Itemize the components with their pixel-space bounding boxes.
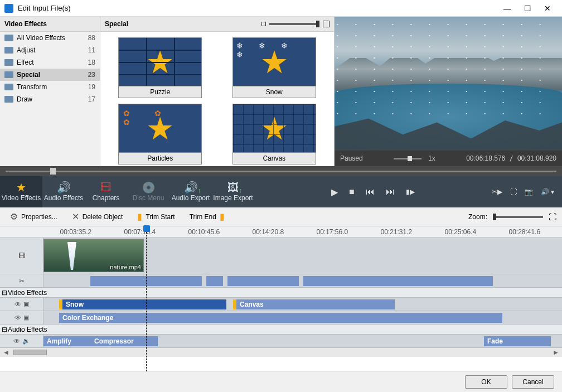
folder-icon xyxy=(4,59,13,66)
next-button[interactable]: ⏭ xyxy=(386,187,395,197)
scrollbar-thumb[interactable] xyxy=(13,350,47,355)
afx-track-1: 👁🔉 Amplify Compressor Fade xyxy=(0,335,562,348)
sidebar-item-special[interactable]: Special 23 xyxy=(0,69,100,81)
thumb-size-slider[interactable] xyxy=(269,23,319,25)
effect-snow[interactable]: ★ Snow xyxy=(220,37,329,98)
effect-label: Snow xyxy=(232,86,316,98)
volume-icon[interactable]: 🔊 ▾ xyxy=(541,188,554,196)
eye-icon[interactable]: 👁 xyxy=(13,337,20,345)
video-track: 🎞 nature.mp4 xyxy=(0,238,562,274)
ok-button[interactable]: OK xyxy=(465,375,507,389)
folder-icon xyxy=(4,96,13,103)
effect-thumb: ★ xyxy=(232,37,316,86)
scroll-left-icon[interactable]: ◄ xyxy=(2,349,10,356)
prev-button[interactable]: ⏮ xyxy=(366,187,375,197)
trim-start-button[interactable]: ▮Trim Start xyxy=(133,209,179,224)
segment[interactable] xyxy=(227,276,299,286)
cancel-button[interactable]: Cancel xyxy=(512,375,554,389)
timeline-ruler[interactable]: 00:03:35.200:07:10.400:10:45.600:14:20.8… xyxy=(0,226,562,238)
trim-end-button[interactable]: Trim End▮ xyxy=(185,209,229,224)
zoom-label: Zoom: xyxy=(468,213,487,221)
segment[interactable] xyxy=(90,276,202,286)
sidebar-item-adjust[interactable]: Adjust 11 xyxy=(0,44,100,56)
vfx-track-2: 👁▣ Color Exchange xyxy=(0,311,562,325)
snapshot-icon[interactable]: 📷 xyxy=(525,188,533,196)
delete-icon: ✕ xyxy=(72,211,79,222)
play-button[interactable]: ▶ xyxy=(331,187,338,197)
main-toolbar: ★Video Effects 🔊Audio Effects 🎞Chapters … xyxy=(0,176,562,207)
tab-video-effects[interactable]: ★Video Effects xyxy=(0,176,42,207)
effects-panel: Special ★ Puzzle★ Snow★ Particles★ Canva… xyxy=(100,17,335,166)
effect-clip-canvas[interactable]: Canvas xyxy=(233,299,395,309)
effect-thumb: ★ xyxy=(118,37,202,86)
effect-label: Particles xyxy=(118,153,202,164)
folder-icon xyxy=(4,47,13,54)
ruler-tick: 00:10:45.6 xyxy=(188,228,220,236)
film-strip-icon: 🎞 xyxy=(18,252,25,260)
tab-audio-effects[interactable]: 🔊Audio Effects xyxy=(42,176,85,207)
effect-clip-compressor[interactable]: Compressor xyxy=(91,336,158,346)
loop-button[interactable]: ▮▶ xyxy=(406,188,415,196)
speaker-icon: 🔊 xyxy=(57,182,71,193)
collapse-icon[interactable]: ⊟ xyxy=(1,289,8,297)
clip-filename: nature.mp4 xyxy=(110,264,141,270)
window-title: Edit Input File(s) xyxy=(18,4,503,12)
eye-icon[interactable]: 👁 xyxy=(14,301,21,308)
trim-end-icon: ▮ xyxy=(220,211,225,222)
timeline-toolbar: ⚙Properties... ✕Delete Object ▮Trim Star… xyxy=(0,207,562,226)
preview-video[interactable]: • • • • • • • • • • • •• • • • • • • • •… xyxy=(335,17,562,151)
current-time: 00:06:18.576 xyxy=(466,154,505,162)
effect-canvas[interactable]: ★ Canvas xyxy=(220,104,329,164)
thumb-size-large-icon xyxy=(323,21,330,27)
maximize-button[interactable]: ☐ xyxy=(523,4,532,13)
ruler-tick: 00:17:56.0 xyxy=(317,228,348,236)
timeline-scrollbar[interactable]: ◄ ► xyxy=(0,348,562,357)
effect-clip-snow[interactable]: Snow xyxy=(59,299,226,309)
cut-tool-icon[interactable]: ✂▶ xyxy=(492,188,502,196)
gear-icon: ⚙ xyxy=(10,211,18,222)
effect-puzzle[interactable]: ★ Puzzle xyxy=(106,37,215,98)
titlebar: Edit Input File(s) — ☐ ✕ xyxy=(0,0,562,17)
zoom-fit-icon[interactable]: ⛶ xyxy=(549,212,556,221)
effect-clip-amplify[interactable]: Amplify xyxy=(43,336,91,346)
minimize-button[interactable]: — xyxy=(503,4,512,13)
effects-panel-header: Special xyxy=(105,20,261,28)
tab-chapters[interactable]: 🎞Chapters xyxy=(85,176,127,207)
audio-effects-group[interactable]: ⊟Audio Effects xyxy=(0,325,562,335)
effect-clip-color-exchange[interactable]: Color Exchange xyxy=(59,313,502,323)
scrub-bar[interactable] xyxy=(0,166,562,176)
scroll-right-icon[interactable]: ► xyxy=(552,349,560,356)
tab-image-export[interactable]: 🖼↑Image Export xyxy=(212,176,254,207)
speed-slider[interactable] xyxy=(394,158,422,159)
sidebar-item-draw[interactable]: Draw 17 xyxy=(0,93,100,105)
properties-button[interactable]: ⚙Properties... xyxy=(6,209,62,224)
speaker-small-icon: 🔉 xyxy=(22,337,30,345)
playback-speed: 1x xyxy=(428,154,435,162)
sidebar-item-effect[interactable]: Effect 18 xyxy=(0,56,100,69)
fullscreen-icon[interactable]: ⛶ xyxy=(510,188,517,196)
eye-icon[interactable]: 👁 xyxy=(14,314,21,322)
star-icon: ▣ xyxy=(23,301,29,308)
stop-button[interactable]: ■ xyxy=(349,187,355,197)
sidebar-item-transform[interactable]: Transform 19 xyxy=(0,81,100,93)
effect-clip-fade[interactable]: Fade xyxy=(484,336,551,346)
scrub-thumb[interactable] xyxy=(50,168,56,175)
segment[interactable] xyxy=(303,276,493,286)
effect-particles[interactable]: ★ Particles xyxy=(106,104,215,164)
playback-status: Paused xyxy=(340,154,363,162)
disc-icon: 💿 xyxy=(142,182,156,193)
video-clip[interactable]: nature.mp4 xyxy=(43,239,144,272)
close-button[interactable]: ✕ xyxy=(543,4,552,13)
delete-object-button[interactable]: ✕Delete Object xyxy=(67,209,128,224)
effect-thumb: ★ xyxy=(232,104,316,153)
video-effects-group[interactable]: ⊟Video Effects xyxy=(0,288,562,298)
collapse-icon[interactable]: ⊟ xyxy=(1,326,8,333)
zoom-slider[interactable] xyxy=(493,216,543,218)
sidebar-item-all-video-effects[interactable]: All Video Effects 88 xyxy=(0,32,100,44)
ruler-tick: 00:21:31.2 xyxy=(381,228,413,236)
dialog-footer: OK Cancel xyxy=(0,371,562,392)
tab-audio-export[interactable]: 🔊↑Audio Export xyxy=(169,176,212,207)
effects-sidebar: Video Effects All Video Effects 88 Adjus… xyxy=(0,17,100,166)
segment[interactable] xyxy=(206,276,223,286)
trim-start-icon: ▮ xyxy=(137,211,142,222)
